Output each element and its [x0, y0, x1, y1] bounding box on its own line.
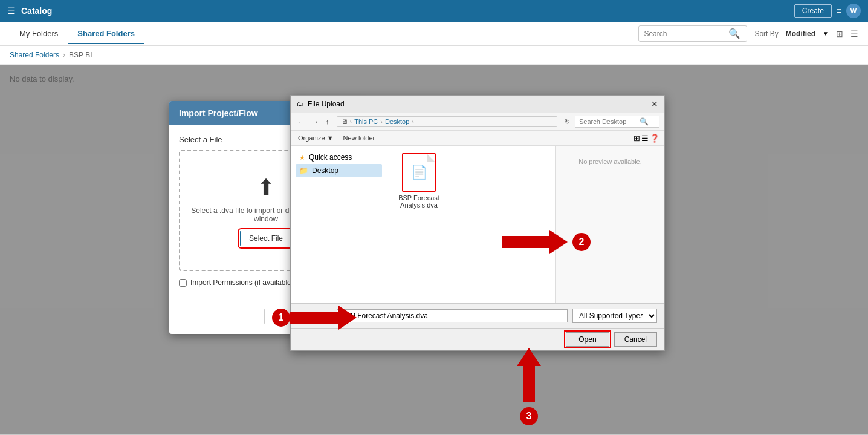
arrow-2 — [502, 230, 568, 254]
menu-icon[interactable]: ≡ — [837, 6, 841, 16]
forward-button[interactable]: → — [309, 117, 321, 126]
permissions-label: Import Permissions (if available) — [190, 278, 294, 287]
folder-icon: 📁 — [299, 166, 308, 175]
filename-input[interactable] — [337, 309, 568, 322]
permissions-checkbox[interactable] — [179, 279, 187, 287]
arrow-shaft-3 — [523, 366, 535, 402]
badge-1: 1 — [272, 309, 290, 327]
grid-view-icon[interactable]: ⊞ — [836, 29, 843, 39]
sub-nav: My Folders Shared Folders 🔍 Sort By Modi… — [0, 22, 868, 46]
breadcrumb-current: BSP BI — [69, 51, 92, 59]
filetype-select[interactable]: All Supported Types (*.dva;*.apt ▼ — [572, 309, 657, 323]
file-name-label: BSP ForecastAnalysis.dva — [398, 194, 439, 209]
annotation-2: 2 — [502, 230, 591, 254]
tab-shared-folders[interactable]: Shared Folders — [68, 24, 144, 44]
breadcrumb: Shared Folders › BSP BI — [0, 46, 868, 65]
open-button[interactable]: Open — [566, 332, 609, 347]
fu-search-icon: 🔍 — [640, 117, 649, 126]
fu-preview-panel: No preview available. — [555, 146, 664, 303]
fu-sidebar: ★ Quick access 📁 Desktop — [291, 146, 387, 303]
file-upload-title-left: 🗂 File Upload — [297, 100, 345, 108]
sidebar-label-quick-access: Quick access — [309, 153, 352, 162]
arrow-shaft-2 — [502, 236, 550, 248]
path-separator-3: › — [412, 118, 414, 125]
fu-grid-view-button[interactable]: ⊞ — [633, 134, 640, 143]
sidebar-label-desktop: Desktop — [312, 166, 338, 175]
back-button[interactable]: ← — [296, 117, 307, 126]
annotation-1: 1 — [272, 306, 357, 330]
star-icon: ★ — [299, 154, 305, 162]
badge-2: 2 — [572, 233, 591, 251]
fu-cancel-button[interactable]: Cancel — [614, 332, 657, 347]
file-icon-small: 🗂 — [297, 100, 304, 108]
up-button[interactable]: ↑ — [323, 117, 332, 126]
new-folder-button[interactable]: New folder — [341, 133, 378, 143]
arrow-tip-3 — [517, 348, 541, 366]
hamburger-icon[interactable]: ☰ — [7, 6, 15, 16]
sub-nav-right: 🔍 Sort By Modified ▼ ⊞ ☰ — [638, 25, 858, 42]
user-avatar[interactable]: W — [846, 4, 861, 18]
breadcrumb-separator: › — [63, 51, 65, 59]
file-upload-toolbar: ← → ↑ 🖥 › This PC › Desktop › ↻ 🔍 — [291, 113, 664, 131]
content-area: No data to display. Import Project/Flow … — [0, 65, 868, 434]
fu-search-input[interactable] — [579, 118, 640, 125]
select-file-button[interactable]: Select File — [240, 231, 292, 246]
toolbar-right: ↻ 🔍 — [562, 116, 659, 128]
upload-icon: ⬆ — [257, 175, 275, 200]
search-icon: 🔍 — [728, 28, 740, 39]
tab-my-folders[interactable]: My Folders — [10, 24, 68, 44]
path-bar: 🖥 › This PC › Desktop › — [337, 116, 558, 127]
search-input[interactable] — [644, 30, 728, 38]
no-preview-text: No preview available. — [578, 158, 642, 165]
app-title: Catalog — [21, 6, 52, 16]
arrow-tip-1 — [338, 306, 357, 330]
refresh-button[interactable]: ↻ — [562, 116, 572, 128]
fu-help-button[interactable]: ❓ — [650, 134, 659, 143]
chevron-down-icon[interactable]: ▼ — [823, 30, 829, 37]
annotation-3: 3 — [517, 348, 541, 425]
badge-3: 3 — [520, 407, 538, 425]
close-icon[interactable]: ✕ — [651, 99, 658, 109]
top-bar-right: Create ≡ W — [794, 4, 861, 18]
sidebar-item-quick-access[interactable]: ★ Quick access — [296, 151, 382, 164]
create-button[interactable]: Create — [794, 4, 832, 18]
file-icon-bsp: 📄 — [402, 153, 436, 192]
path-home-icon: 🖥 — [341, 118, 348, 125]
organize-button[interactable]: Organize ▼ — [296, 133, 336, 143]
file-icon-glyph: 📄 — [411, 165, 427, 180]
sort-value[interactable]: Modified — [786, 30, 815, 38]
file-upload-title: File Upload — [308, 100, 345, 108]
fu-list-view-button[interactable]: ☰ — [641, 134, 649, 143]
path-desktop[interactable]: Desktop — [385, 118, 409, 125]
path-this-pc[interactable]: This PC — [354, 118, 378, 125]
sidebar-item-desktop[interactable]: 📁 Desktop — [296, 164, 382, 177]
path-separator-1: › — [350, 118, 352, 125]
fu-main-area: 📄 BSP ForecastAnalysis.dva — [387, 146, 555, 303]
file-upload-titlebar: 🗂 File Upload ✕ — [291, 96, 664, 113]
organize-bar: Organize ▼ New folder ⊞ ☰ ❓ — [291, 131, 664, 146]
list-view-icon[interactable]: ☰ — [850, 29, 858, 39]
fu-actions: Open Cancel — [291, 328, 664, 350]
sort-by-label: Sort By — [754, 30, 778, 38]
arrow-1 — [290, 306, 357, 330]
arrow-shaft-1 — [290, 312, 338, 324]
view-icons: ⊞ ☰ ❓ — [633, 134, 659, 143]
arrow-tip-2 — [549, 230, 568, 254]
search-box[interactable]: 🔍 — [638, 25, 747, 42]
path-separator-2: › — [380, 118, 383, 125]
breadcrumb-shared-folders[interactable]: Shared Folders — [10, 51, 59, 59]
top-bar: ☰ Catalog Create ≡ W — [0, 0, 868, 22]
file-upload-content: ★ Quick access 📁 Desktop 📄 BSP ForecastA… — [291, 146, 664, 303]
file-item-bsp[interactable]: 📄 BSP ForecastAnalysis.dva — [395, 153, 443, 209]
fu-search-box[interactable]: 🔍 — [575, 116, 659, 128]
